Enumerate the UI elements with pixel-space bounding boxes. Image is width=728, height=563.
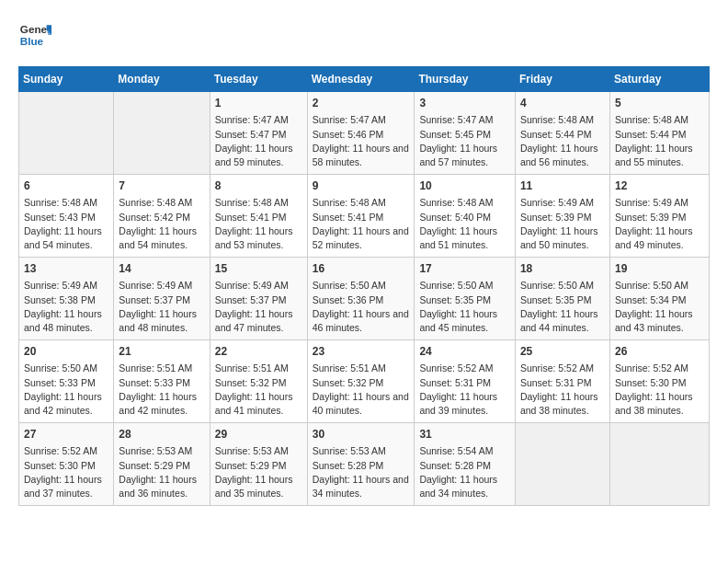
sunrise-text: Sunrise: 5:52 AM (520, 362, 594, 373)
calendar-cell: 31Sunrise: 5:54 AMSunset: 5:28 PMDayligh… (415, 423, 516, 506)
sunset-text: Sunset: 5:32 PM (313, 377, 384, 388)
sunrise-text: Sunrise: 5:47 AM (419, 114, 493, 125)
calendar-cell: 16Sunrise: 5:50 AMSunset: 5:36 PMDayligh… (307, 258, 415, 340)
sunrise-text: Sunrise: 5:49 AM (520, 197, 594, 208)
day-number: 10 (419, 178, 510, 194)
weekday-header-row: SundayMondayTuesdayWednesdayThursdayFrid… (19, 67, 710, 92)
weekday-header-cell: Monday (114, 67, 210, 92)
day-number: 2 (313, 96, 410, 111)
calendar-cell: 13Sunrise: 5:49 AMSunset: 5:38 PMDayligh… (19, 258, 114, 340)
day-number: 20 (24, 344, 108, 360)
daylight-text: Daylight: 11 hours and 49 minutes. (615, 225, 693, 250)
sunrise-text: Sunrise: 5:49 AM (215, 280, 289, 291)
weekday-header-cell: Thursday (415, 67, 516, 92)
calendar-week-row: 13Sunrise: 5:49 AMSunset: 5:38 PMDayligh… (19, 258, 710, 340)
calendar-week-row: 20Sunrise: 5:50 AMSunset: 5:33 PMDayligh… (19, 340, 710, 423)
day-number: 12 (615, 178, 704, 194)
sunrise-text: Sunrise: 5:51 AM (313, 362, 386, 373)
calendar-cell: 27Sunrise: 5:52 AMSunset: 5:30 PMDayligh… (19, 423, 114, 506)
day-number: 4 (520, 96, 605, 111)
calendar-cell: 30Sunrise: 5:53 AMSunset: 5:28 PMDayligh… (307, 423, 415, 506)
sunrise-text: Sunrise: 5:52 AM (24, 445, 97, 456)
calendar-cell (114, 92, 210, 175)
calendar-header: SundayMondayTuesdayWednesdayThursdayFrid… (19, 67, 710, 92)
sunrise-text: Sunrise: 5:53 AM (119, 445, 192, 456)
sunrise-text: Sunrise: 5:54 AM (419, 445, 493, 456)
calendar-cell: 11Sunrise: 5:49 AMSunset: 5:39 PMDayligh… (515, 175, 609, 258)
calendar-cell: 19Sunrise: 5:50 AMSunset: 5:34 PMDayligh… (609, 258, 709, 340)
day-number: 25 (520, 344, 605, 360)
sunrise-text: Sunrise: 5:48 AM (119, 197, 192, 208)
sunset-text: Sunset: 5:42 PM (119, 212, 190, 223)
sunrise-text: Sunrise: 5:48 AM (419, 197, 493, 208)
logo-icon: General Blue (18, 18, 51, 52)
sunset-text: Sunset: 5:29 PM (215, 460, 287, 471)
daylight-text: Daylight: 11 hours and 47 minutes. (215, 308, 293, 333)
sunset-text: Sunset: 5:36 PM (313, 294, 384, 305)
day-number: 22 (215, 344, 302, 360)
daylight-text: Daylight: 11 hours and 57 minutes. (419, 143, 497, 167)
day-number: 13 (24, 261, 108, 277)
calendar-week-row: 27Sunrise: 5:52 AMSunset: 5:30 PMDayligh… (19, 423, 710, 506)
sunset-text: Sunset: 5:35 PM (419, 294, 491, 305)
sunset-text: Sunset: 5:35 PM (520, 294, 592, 305)
calendar-week-row: 1Sunrise: 5:47 AMSunset: 5:47 PMDaylight… (19, 92, 710, 175)
sunset-text: Sunset: 5:43 PM (24, 212, 96, 223)
daylight-text: Daylight: 11 hours and 40 minutes. (313, 391, 409, 416)
sunset-text: Sunset: 5:34 PM (615, 294, 687, 305)
calendar-cell: 9Sunrise: 5:48 AMSunset: 5:41 PMDaylight… (307, 175, 415, 258)
sunset-text: Sunset: 5:30 PM (24, 460, 96, 471)
daylight-text: Daylight: 11 hours and 36 minutes. (119, 474, 197, 499)
sunset-text: Sunset: 5:33 PM (119, 377, 190, 388)
daylight-text: Daylight: 11 hours and 53 minutes. (215, 225, 293, 250)
day-number: 24 (419, 344, 510, 360)
day-number: 16 (313, 261, 410, 277)
logo: General Blue (18, 18, 55, 52)
sunrise-text: Sunrise: 5:49 AM (119, 280, 192, 291)
day-number: 28 (119, 427, 204, 442)
day-number: 18 (520, 261, 605, 277)
daylight-text: Daylight: 11 hours and 34 minutes. (313, 474, 409, 499)
daylight-text: Daylight: 11 hours and 48 minutes. (24, 308, 102, 333)
sunset-text: Sunset: 5:29 PM (119, 460, 190, 471)
day-number: 26 (615, 344, 704, 360)
daylight-text: Daylight: 11 hours and 55 minutes. (615, 143, 693, 167)
sunset-text: Sunset: 5:38 PM (24, 294, 96, 305)
day-number: 14 (119, 261, 204, 277)
daylight-text: Daylight: 11 hours and 45 minutes. (419, 308, 497, 333)
daylight-text: Daylight: 11 hours and 44 minutes. (520, 308, 598, 333)
day-number: 23 (313, 344, 410, 360)
calendar-week-row: 6Sunrise: 5:48 AMSunset: 5:43 PMDaylight… (19, 175, 710, 258)
calendar-cell: 1Sunrise: 5:47 AMSunset: 5:47 PMDaylight… (210, 92, 307, 175)
calendar-cell (515, 423, 609, 506)
sunset-text: Sunset: 5:28 PM (313, 460, 384, 471)
calendar-cell: 4Sunrise: 5:48 AMSunset: 5:44 PMDaylight… (515, 92, 609, 175)
sunrise-text: Sunrise: 5:49 AM (24, 280, 97, 291)
sunrise-text: Sunrise: 5:52 AM (419, 362, 493, 373)
sunset-text: Sunset: 5:32 PM (215, 377, 287, 388)
daylight-text: Daylight: 11 hours and 41 minutes. (215, 391, 293, 416)
day-number: 8 (215, 178, 302, 194)
day-number: 29 (215, 427, 302, 442)
calendar-cell (19, 92, 114, 175)
sunrise-text: Sunrise: 5:52 AM (615, 362, 688, 373)
daylight-text: Daylight: 11 hours and 48 minutes. (119, 308, 197, 333)
daylight-text: Daylight: 11 hours and 35 minutes. (215, 474, 293, 499)
calendar-table: SundayMondayTuesdayWednesdayThursdayFrid… (18, 66, 710, 506)
daylight-text: Daylight: 11 hours and 43 minutes. (615, 308, 693, 333)
daylight-text: Daylight: 11 hours and 38 minutes. (615, 391, 693, 416)
daylight-text: Daylight: 11 hours and 50 minutes. (520, 225, 598, 250)
daylight-text: Daylight: 11 hours and 54 minutes. (24, 225, 102, 250)
weekday-header-cell: Tuesday (210, 67, 307, 92)
sunrise-text: Sunrise: 5:53 AM (215, 445, 289, 456)
calendar-cell: 23Sunrise: 5:51 AMSunset: 5:32 PMDayligh… (307, 340, 415, 423)
weekday-header-cell: Wednesday (307, 67, 415, 92)
sunrise-text: Sunrise: 5:49 AM (615, 197, 688, 208)
day-number: 6 (24, 178, 108, 194)
sunrise-text: Sunrise: 5:47 AM (313, 114, 386, 125)
sunrise-text: Sunrise: 5:50 AM (520, 280, 594, 291)
day-number: 31 (419, 427, 510, 442)
page-header: General Blue (18, 18, 710, 52)
calendar-cell: 22Sunrise: 5:51 AMSunset: 5:32 PMDayligh… (210, 340, 307, 423)
sunset-text: Sunset: 5:33 PM (24, 377, 96, 388)
